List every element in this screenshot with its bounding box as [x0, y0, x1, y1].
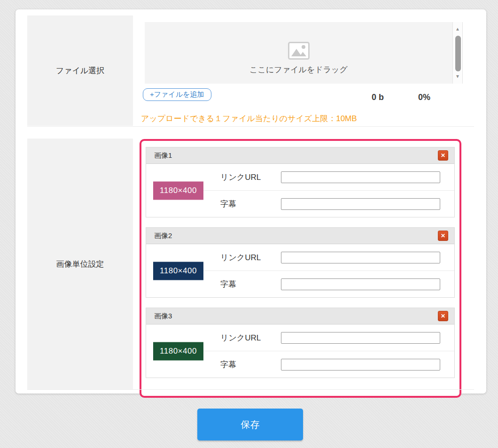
image-card-body: 1180×400 リンクURL 字幕	[146, 244, 454, 297]
dropzone-scrollbar[interactable]: ▲ ▼	[452, 22, 463, 84]
image-card-3: 画像3 ✕ 1180×400 リンクURL 字幕	[146, 308, 455, 378]
row-divider	[27, 389, 474, 390]
add-file-button[interactable]: +ファイルを追加	[143, 88, 211, 101]
form-panel: ファイル選択 ここにファイルをドラッグ ▲ ▼ +ファイルを追加 0 b 0% …	[16, 9, 486, 394]
image-card-header: 画像3 ✕	[146, 308, 454, 324]
image-card-header: 画像1 ✕	[146, 147, 454, 164]
save-button[interactable]: 保存	[197, 409, 303, 440]
image-thumbnail: 1180×400	[153, 262, 203, 280]
dropzone-wrapper: ここにファイルをドラッグ ▲ ▼	[145, 22, 463, 84]
image-thumbnail: 1180×400	[153, 342, 203, 360]
link-url-row: リンクURL	[195, 324, 454, 351]
caption-label: 字幕	[220, 359, 281, 370]
close-icon: ✕	[441, 152, 445, 159]
caption-input[interactable]	[281, 198, 440, 210]
link-url-label: リンクURL	[220, 332, 281, 343]
upload-settings-page: ファイル選択 ここにファイルをドラッグ ▲ ▼ +ファイルを追加 0 b 0% …	[0, 0, 498, 448]
file-select-label: ファイル選択	[56, 65, 105, 76]
caption-input[interactable]	[281, 359, 440, 371]
image-settings-group: 画像1 ✕ 1180×400 リンクURL 字幕	[140, 139, 461, 398]
image-card-title: 画像2	[154, 232, 172, 240]
scroll-down-icon[interactable]: ▼	[453, 74, 462, 79]
caption-label: 字幕	[220, 279, 281, 290]
size-limit-note: アップロードできる１ファイル当たりのサイズ上限：10MB	[141, 113, 357, 124]
link-url-row: リンクURL	[195, 244, 454, 270]
image-card-header: 画像2 ✕	[146, 228, 454, 244]
remove-image-button[interactable]: ✕	[438, 311, 448, 321]
uploaded-size-value: 0 b	[356, 93, 384, 102]
close-icon: ✕	[441, 313, 445, 319]
dropzone-caption: ここにファイルをドラッグ	[249, 64, 348, 75]
link-url-input[interactable]	[281, 332, 440, 344]
caption-row: 字幕	[195, 270, 454, 297]
caption-row: 字幕	[195, 351, 454, 378]
scrollbar-thumb[interactable]	[455, 36, 461, 71]
link-url-row: リンクURL	[195, 164, 454, 190]
image-placeholder-icon	[288, 42, 310, 60]
close-icon: ✕	[441, 232, 445, 239]
remove-image-button[interactable]: ✕	[438, 231, 448, 241]
image-card-title: 画像1	[154, 151, 172, 160]
image-settings-label-cell: 画像単位設定	[27, 139, 133, 389]
image-card-body: 1180×400 リンクURL 字幕	[146, 324, 454, 378]
image-card-2: 画像2 ✕ 1180×400 リンクURL 字幕	[146, 227, 455, 298]
remove-image-button[interactable]: ✕	[438, 150, 448, 161]
row-divider	[27, 126, 474, 127]
link-url-label: リンクURL	[220, 252, 281, 263]
image-card-title: 画像3	[154, 312, 172, 321]
link-url-input[interactable]	[281, 171, 440, 183]
image-card-body: 1180×400 リンクURL 字幕	[146, 164, 454, 217]
scroll-up-icon[interactable]: ▲	[453, 27, 462, 31]
file-dropzone[interactable]: ここにファイルをドラッグ	[145, 22, 452, 84]
caption-input[interactable]	[281, 278, 440, 290]
image-thumbnail: 1180×400	[153, 181, 203, 200]
file-select-label-cell: ファイル選択	[27, 15, 133, 126]
caption-row: 字幕	[195, 190, 454, 217]
link-url-input[interactable]	[281, 252, 440, 263]
caption-label: 字幕	[220, 199, 281, 209]
upload-progress-value: 0%	[402, 93, 430, 102]
image-settings-label: 画像単位設定	[56, 259, 104, 270]
image-card-1: 画像1 ✕ 1180×400 リンクURL 字幕	[146, 147, 455, 217]
link-url-label: リンクURL	[220, 172, 281, 183]
